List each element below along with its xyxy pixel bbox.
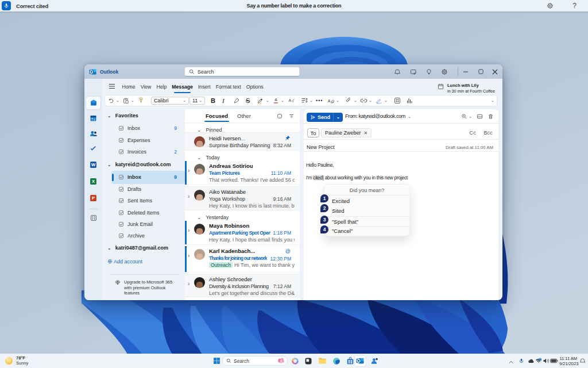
svg-text:P: P (92, 195, 95, 201)
svg-text:A: A (328, 99, 331, 103)
svg-text:A: A (274, 98, 277, 102)
svg-text:X: X (92, 179, 95, 184)
svg-text:W: W (91, 162, 96, 167)
svg-text:A: A (289, 98, 292, 102)
svg-text:?: ? (539, 358, 540, 361)
